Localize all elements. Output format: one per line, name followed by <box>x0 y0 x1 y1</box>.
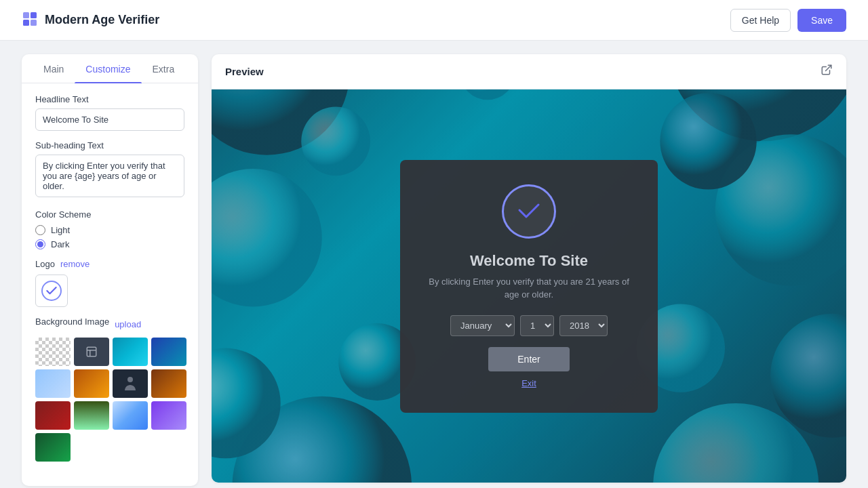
year-select[interactable]: 2018 2017 2016 <box>559 315 608 336</box>
subheading-input[interactable] <box>35 155 184 197</box>
background-grid <box>35 338 184 462</box>
svg-rect-0 <box>23 12 29 18</box>
bg-thumb-aerial[interactable] <box>113 401 148 430</box>
month-select[interactable]: January February March <box>450 315 515 336</box>
color-scheme-label: Color Scheme <box>35 209 184 220</box>
exit-link[interactable]: Exit <box>521 378 536 388</box>
tab-customize[interactable]: Customize <box>75 54 141 83</box>
modal-overlay: Welcome To Site By clicking Enter you ve… <box>212 89 846 483</box>
tab-main[interactable]: Main <box>33 54 75 83</box>
bg-thumb-blue-light[interactable] <box>35 369 71 398</box>
modal-logo-icon <box>502 184 556 239</box>
app-header: Modern Age Verifier Get Help Save <box>0 0 868 41</box>
svg-point-5 <box>127 377 133 382</box>
bg-thumb-figure[interactable] <box>113 369 148 398</box>
header-actions: Get Help Save <box>730 9 846 32</box>
bg-image-header: Background Image upload <box>35 317 184 332</box>
bg-thumb-orange[interactable] <box>74 369 109 398</box>
headline-input[interactable] <box>35 108 184 131</box>
color-scheme-group: Light Dark <box>35 225 184 249</box>
preview-area: Welcome To Site By clicking Enter you ve… <box>212 89 846 483</box>
modal-subtitle: By clicking Enter you verify that you ar… <box>427 275 631 302</box>
tab-extra[interactable]: Extra <box>142 54 186 83</box>
external-link-icon[interactable] <box>821 64 833 79</box>
bg-thumb-wine[interactable] <box>35 401 71 430</box>
app-logo-icon <box>22 11 38 30</box>
settings-panel: Main Customize Extra Headline Text Sub-h… <box>22 54 198 486</box>
subheading-label: Sub-heading Text <box>35 140 184 150</box>
age-verify-modal: Welcome To Site By clicking Enter you ve… <box>400 160 658 413</box>
bg-thumb-green-dark[interactable] <box>35 433 71 462</box>
radio-light[interactable]: Light <box>35 225 184 235</box>
day-select[interactable]: 1 2 3 <box>520 315 554 336</box>
enter-button[interactable]: Enter <box>488 347 570 371</box>
remove-logo-link[interactable]: remove <box>60 259 90 269</box>
upload-link[interactable]: upload <box>115 319 141 329</box>
bg-thumb-blue-teal[interactable] <box>151 338 186 366</box>
bg-thumb-purple[interactable] <box>151 401 186 430</box>
headline-label: Headline Text <box>35 94 184 104</box>
main-content: Main Customize Extra Headline Text Sub-h… <box>0 41 868 488</box>
panel-body: Headline Text Sub-heading Text Color Sch… <box>22 83 198 472</box>
svg-rect-2 <box>23 20 29 26</box>
tab-bar: Main Customize Extra <box>22 54 198 83</box>
svg-rect-1 <box>31 12 37 18</box>
svg-rect-3 <box>31 20 37 26</box>
bg-thumb-dark[interactable] <box>74 338 109 366</box>
bg-thumb-transparent[interactable] <box>35 338 71 366</box>
logo-check-icon <box>41 281 62 301</box>
preview-header: Preview <box>212 54 846 89</box>
save-button[interactable]: Save <box>797 9 846 32</box>
header-left: Modern Age Verifier <box>22 11 159 30</box>
bg-thumb-gold[interactable] <box>151 369 186 398</box>
modal-date-selectors: January February March 1 2 3 2018 2017 <box>427 315 631 336</box>
logo-preview <box>35 274 68 307</box>
get-help-button[interactable]: Get Help <box>730 9 791 32</box>
preview-panel: Preview <box>212 54 846 483</box>
logo-section-header: Logo remove <box>35 259 184 269</box>
radio-dark[interactable]: Dark <box>35 239 184 249</box>
bg-thumb-teal[interactable] <box>113 338 148 366</box>
preview-title: Preview <box>225 66 264 77</box>
modal-title: Welcome To Site <box>470 252 588 270</box>
svg-rect-4 <box>87 347 96 357</box>
app-title: Modern Age Verifier <box>45 13 159 27</box>
radio-light-input[interactable] <box>35 225 45 235</box>
bg-thumb-field[interactable] <box>74 401 109 430</box>
radio-dark-input[interactable] <box>35 239 45 249</box>
svg-line-6 <box>826 65 831 70</box>
